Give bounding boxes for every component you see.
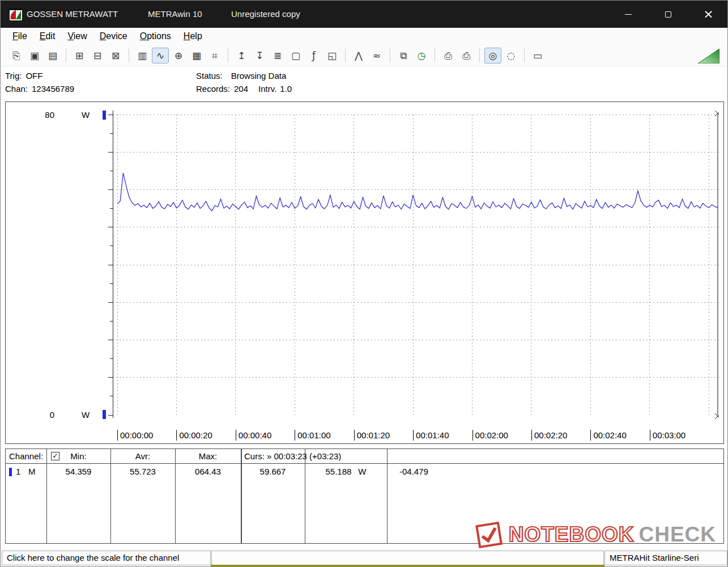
crosshair-view-icon[interactable]: ⊕ [170, 48, 187, 64]
copy-clipboard-icon[interactable]: ⧉ [395, 48, 412, 64]
x-axis-tick-label: 00:00:40 [236, 430, 271, 441]
monitor-icon[interactable]: ▢ [287, 48, 304, 64]
menu-bar: FileEditViewDeviceOptionsHelp [1, 28, 727, 45]
x-axis-labels-row: HH:MM:SS 00:00:0000:00:2000:00:4000:01:0… [6, 429, 723, 441]
toolbar-separator [66, 49, 66, 62]
channel-list-icon[interactable]: ≣ [269, 48, 286, 64]
open-file-icon[interactable]: ⎘ [8, 48, 25, 64]
zoom-curve-icon[interactable]: ◎ [484, 48, 501, 64]
trigger-status: Trig: OFF [5, 71, 42, 81]
menu-options[interactable]: Options [134, 31, 177, 41]
y-axis-min-label: 0 [37, 410, 54, 420]
formula-icon[interactable]: ƒ [305, 48, 322, 64]
device-new-icon[interactable]: ⊞ [71, 48, 88, 64]
line-chart-view-icon[interactable]: ∿ [152, 48, 169, 64]
table-divider [110, 449, 111, 543]
table-divider [46, 449, 47, 543]
status-value: Browsing Data [231, 71, 287, 81]
channel-mode: M [28, 467, 36, 476]
menu-edit[interactable]: Edit [33, 31, 62, 41]
x-axis-tick-label: 00:02:40 [590, 430, 626, 441]
minimize-button[interactable] [608, 1, 648, 28]
x-axis-tick-label: 00:01:20 [354, 430, 390, 441]
save-file-icon[interactable]: ▣ [26, 48, 43, 64]
x-axis-tick-label: 00:00:00 [117, 430, 153, 441]
envelope-curves-icon[interactable]: ≈ [368, 48, 385, 64]
interval-value: 1.0 [280, 84, 292, 94]
memory-icon[interactable]: ◱ [323, 48, 340, 64]
product-name: METRAwin 10 [148, 1, 202, 28]
close-button[interactable]: × [688, 1, 728, 28]
menu-file[interactable]: File [6, 31, 33, 41]
timer-icon[interactable]: ◷ [413, 48, 430, 64]
x-axis-tick-label: 00:03:00 [650, 430, 686, 441]
toolbar: ⎘▣▤⊞⊟⊠▥∿⊕▦⌗↥↧≣▢ƒ◱⋀≈⧉◷⎙⎙◎◌▭ [1, 45, 727, 66]
header-max: Max: [175, 451, 241, 461]
cursor2-value: 55.188 [325, 467, 351, 476]
channel-max-value: 064.43 [175, 467, 241, 476]
channel-color-marker-bottom [103, 410, 106, 419]
table-view-icon[interactable]: ▦ [188, 48, 205, 64]
device-clear-icon[interactable]: ⊟ [89, 48, 106, 64]
channel-table: Channel: ✓ Min: Avr: Max: Curs: » 00:03:… [5, 448, 724, 544]
device-download-icon[interactable]: ↧ [251, 48, 268, 64]
minimize-icon [625, 14, 632, 15]
split-curves-icon[interactable]: ⋀ [350, 48, 367, 64]
toolbar-groups: ⎘▣▤⊞⊟⊠▥∿⊕▦⌗↥↧≣▢ƒ◱⋀≈⧉◷⎙⎙◎◌▭ [7, 48, 547, 64]
statusbar-middle-cell [211, 551, 604, 565]
statusbar-device-name: METRAHit Starline-Seri [604, 551, 727, 565]
statusbar-scale-hint[interactable]: Click here to change the scale for the c… [2, 551, 211, 565]
print-setup-icon[interactable]: ⎙ [458, 48, 475, 64]
print-icon[interactable]: ⎙ [440, 48, 457, 64]
device-upload-icon[interactable]: ↥ [233, 48, 250, 64]
x-axis-tick-label: 00:01:40 [413, 430, 449, 441]
cursor2-unit: W [358, 467, 366, 476]
header-channel: Channel: [9, 451, 43, 461]
toolbar-separator [345, 49, 346, 62]
statusbar-progress-strip [211, 565, 604, 567]
channel-number[interactable]: 1 [16, 467, 20, 476]
x-axis-tick-label: 00:01:00 [295, 430, 330, 441]
table-divider [175, 449, 176, 543]
app-window: GOSSEN METRAWATT METRAwin 10 Unregistere… [0, 0, 728, 567]
y-axis-unit-top: W [82, 110, 90, 120]
close-icon: × [703, 8, 713, 20]
annotation-icon[interactable]: ▭ [529, 48, 546, 64]
channel-color-marker-top [103, 111, 106, 120]
header-cursor: Curs: » 00:03:23 (+03:23) [244, 451, 341, 461]
menu-device[interactable]: Device [93, 31, 134, 41]
zoom-reset-icon[interactable]: ◌ [503, 48, 520, 64]
maximize-button[interactable] [648, 1, 688, 28]
app-status: Status: Browsing Data [196, 71, 286, 81]
device-eject-icon[interactable]: ⊠ [107, 48, 124, 64]
green-triangle-indicator [698, 49, 720, 64]
channel-status: Chan: 123456789 [5, 84, 74, 94]
channel-row-color-marker [9, 468, 12, 476]
power-chart-plot[interactable] [108, 111, 719, 420]
multimeter-display-icon[interactable]: ▥ [134, 48, 151, 64]
cursor1-value: 59.667 [241, 467, 305, 476]
chart-panel: 80 W 0 W HH:MM:SS 00:00:0000:00:2000:00:… [5, 101, 724, 444]
trigger-label: Trig: [5, 71, 22, 81]
header-min: Min: [46, 451, 110, 461]
toolbar-separator [479, 49, 480, 62]
app-icon [10, 8, 22, 20]
channel-min-value: 54.359 [46, 467, 110, 476]
channel-avr-value: 55.723 [110, 467, 175, 476]
y-axis-unit-bottom: W [82, 410, 90, 420]
menu-view[interactable]: View [61, 31, 93, 41]
app-name: GOSSEN METRAWATT [27, 1, 118, 28]
export-file-icon[interactable]: ▤ [44, 48, 61, 64]
records-value: 204 [234, 84, 248, 94]
bar-chart-view-icon[interactable]: ⌗ [206, 48, 223, 64]
toolbar-separator [228, 49, 228, 62]
channel-label: Chan: [5, 84, 28, 94]
interval-label: Intrv. [258, 84, 276, 94]
x-axis-tick-label: 00:00:20 [176, 430, 212, 441]
table-divider-cursor [241, 449, 242, 543]
toolbar-separator [435, 49, 435, 62]
trigger-value: OFF [25, 71, 42, 81]
status-label: Status: [196, 71, 223, 81]
table-divider [387, 449, 388, 543]
menu-help[interactable]: Help [177, 31, 208, 41]
